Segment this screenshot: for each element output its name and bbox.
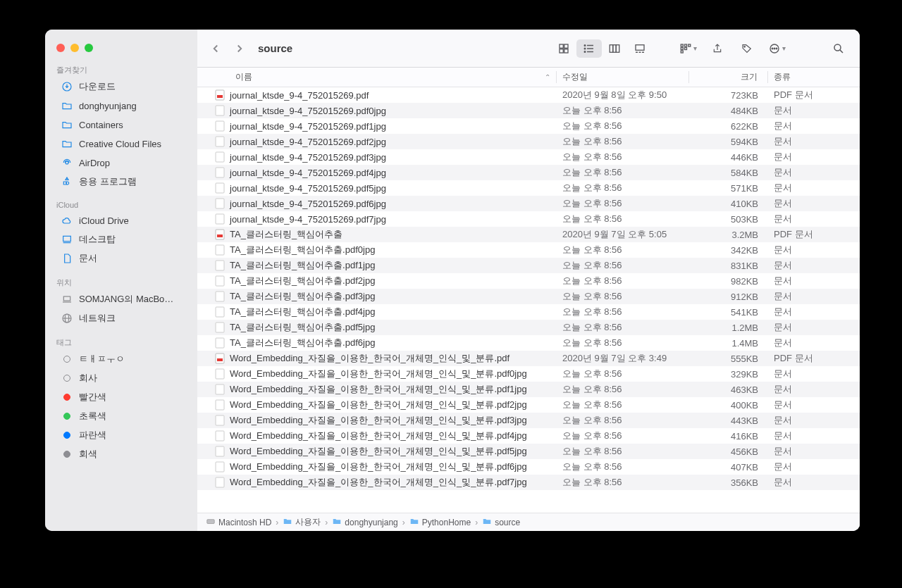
path-crumb[interactable]: 사용자 [283, 516, 321, 528]
folder-icon [61, 118, 73, 131]
network-icon [61, 312, 73, 325]
sidebar-item[interactable]: 데스크탑 [49, 230, 193, 249]
file-name: Word_Embedding_자질을_이용한_한국어_개체명_인식_및_분류.p… [230, 383, 527, 396]
svg-point-17 [584, 48, 586, 49]
sidebar-item[interactable]: iCloud Drive [49, 211, 193, 230]
file-row[interactable]: TA_클러스터링_핵심어추출.pdf2jpg오늘 오후 8:56982KB문서 [197, 273, 860, 289]
icon-view-button[interactable] [551, 39, 576, 58]
header-kind[interactable]: 종류 [768, 71, 860, 83]
svg-point-16 [584, 44, 586, 46]
file-kind: PDF 문서 [768, 352, 860, 365]
close-button[interactable] [56, 44, 65, 52]
sidebar-item[interactable]: donghyunjang [49, 96, 193, 115]
sidebar-item[interactable]: 문서 [49, 249, 193, 268]
gallery-view-button[interactable] [627, 39, 653, 58]
fullscreen-button[interactable] [85, 44, 93, 52]
file-modified: 오늘 오후 8:56 [557, 197, 689, 210]
header-name[interactable]: 이름⌃ [197, 71, 557, 83]
path-label: Macintosh HD [218, 518, 271, 527]
file-row[interactable]: journal_ktsde_9-4_752015269.pdf2jpg오늘 오후… [197, 134, 860, 149]
svg-rect-62 [216, 400, 224, 410]
tags-button[interactable] [734, 39, 760, 58]
svg-rect-31 [688, 44, 690, 46]
column-view-button[interactable] [602, 39, 627, 58]
file-row[interactable]: Word_Embedding_자질을_이용한_한국어_개체명_인식_및_분류.p… [197, 351, 860, 366]
path-bar[interactable]: Macintosh HD›사용자›donghyunjang›PythonHome… [197, 513, 860, 531]
file-kind: 문서 [768, 259, 860, 272]
file-row[interactable]: TA_클러스터링_핵심어추출.pdf0jpg오늘 오후 8:56342KB문서 [197, 242, 860, 258]
sidebar-item[interactable]: AirDrop [49, 154, 193, 172]
share-button[interactable] [705, 39, 730, 58]
file-row[interactable]: Word_Embedding_자질을_이용한_한국어_개체명_인식_및_분류.p… [197, 444, 860, 459]
sidebar-item[interactable]: 파란색 [49, 426, 193, 444]
traffic-lights [45, 35, 197, 55]
sidebar-item-label: 데스크탑 [79, 233, 116, 246]
file-row[interactable]: journal_ktsde_9-4_752015269.pdf1jpg오늘 오후… [197, 118, 860, 134]
sidebar-item[interactable]: Creative Cloud Files [49, 135, 193, 153]
file-modified: 오늘 오후 8:56 [557, 135, 689, 148]
sidebar-item[interactable]: SOMJANG의 MacBo… [49, 290, 193, 308]
sidebar-item[interactable]: 네트워크 [49, 309, 193, 327]
file-row[interactable]: journal_ktsde_9-4_752015269.pdf2020년 9월 … [197, 87, 860, 103]
toolbar: source ▾ ▾ [197, 30, 860, 68]
file-size: 410KB [689, 199, 768, 209]
header-modified[interactable]: 수정일 [557, 71, 689, 83]
file-size: 912KB [689, 292, 768, 302]
path-crumb[interactable]: Macintosh HD [206, 516, 271, 528]
file-icon [214, 89, 226, 101]
file-row[interactable]: TA_클러스터링_핵심어추출.pdf1jpg오늘 오후 8:56831KB문서 [197, 258, 860, 273]
file-list[interactable]: journal_ktsde_9-4_752015269.pdf2020년 9월 … [197, 87, 860, 513]
file-row[interactable]: Word_Embedding_자질을_이용한_한국어_개체명_인식_및_분류.p… [197, 475, 860, 490]
sidebar-item[interactable]: 응용 프로그램 [49, 173, 193, 191]
header-size[interactable]: 크기 [689, 71, 768, 83]
file-row[interactable]: TA_클러스터링_핵심어추출.pdf6jpg오늘 오후 8:561.4MB문서 [197, 335, 860, 351]
file-kind: PDF 문서 [768, 228, 860, 241]
file-row[interactable]: Word_Embedding_자질을_이용한_한국어_개체명_인식_및_분류.p… [197, 382, 860, 397]
file-kind: 문서 [768, 445, 860, 458]
path-label: PythonHome [422, 518, 471, 527]
file-icon [214, 477, 226, 488]
file-name: TA_클러스터링_핵심어추출.pdf6jpg [230, 337, 375, 349]
sidebar-item[interactable]: 회색 [49, 445, 193, 463]
file-row[interactable]: Word_Embedding_자질을_이용한_한국어_개체명_인식_및_분류.p… [197, 366, 860, 382]
minimize-button[interactable] [70, 44, 79, 52]
file-name: Word_Embedding_자질을_이용한_한국어_개체명_인식_및_분류.p… [230, 476, 527, 489]
list-view-button[interactable] [576, 39, 602, 58]
path-crumb[interactable]: PythonHome [409, 516, 471, 528]
file-row[interactable]: journal_ktsde_9-4_752015269.pdf5jpg오늘 오후… [197, 180, 860, 196]
sidebar-item[interactable]: 회사 [49, 369, 193, 387]
path-crumb[interactable]: donghyunjang [332, 516, 397, 528]
svg-rect-68 [207, 520, 215, 524]
file-size: 1.4MB [689, 338, 768, 349]
forward-button[interactable] [230, 40, 249, 57]
file-row[interactable]: TA_클러스터링_핵심어추출2020년 9월 7일 오후 5:053.2MBPD… [197, 227, 860, 242]
file-row[interactable]: Word_Embedding_자질을_이용한_한국어_개체명_인식_및_분류.p… [197, 428, 860, 444]
file-row[interactable]: journal_ktsde_9-4_752015269.pdf3jpg오늘 오후… [197, 149, 860, 165]
folder-icon [332, 516, 342, 528]
sidebar: 즐겨찾기다운로드donghyunjangContainersCreative C… [45, 30, 197, 531]
svg-rect-10 [564, 44, 568, 48]
file-row[interactable]: Word_Embedding_자질을_이용한_한국어_개체명_인식_및_분류.p… [197, 459, 860, 475]
file-row[interactable]: Word_Embedding_자질을_이용한_한국어_개체명_인식_및_분류.p… [197, 413, 860, 428]
file-row[interactable]: journal_ktsde_9-4_752015269.pdf7jpg오늘 오후… [197, 211, 860, 227]
file-modified: 2020년 9월 7일 오후 3:49 [557, 352, 689, 365]
path-crumb[interactable]: source [482, 516, 520, 528]
sidebar-item[interactable]: 초록색 [49, 407, 193, 425]
file-row[interactable]: TA_클러스터링_핵심어추출.pdf4jpg오늘 오후 8:56541KB문서 [197, 304, 860, 320]
sidebar-item[interactable]: Containers [49, 115, 193, 134]
grouping-button[interactable]: ▾ [675, 39, 700, 58]
back-button[interactable] [206, 40, 226, 57]
search-button[interactable] [826, 39, 851, 58]
file-row[interactable]: Word_Embedding_자질을_이용한_한국어_개체명_인식_및_분류.p… [197, 397, 860, 413]
svg-point-35 [774, 48, 775, 49]
sidebar-item[interactable]: 빨간색 [49, 388, 193, 406]
file-row[interactable]: journal_ktsde_9-4_752015269.pdf4jpg오늘 오후… [197, 165, 860, 180]
file-row[interactable]: TA_클러스터링_핵심어추출.pdf5jpg오늘 오후 8:561.2MB문서 [197, 320, 860, 335]
file-icon [214, 136, 226, 147]
action-button[interactable]: ▾ [764, 39, 789, 58]
sidebar-item[interactable]: ㅌㅐㅍㅜㅇ [49, 350, 193, 368]
file-row[interactable]: journal_ktsde_9-4_752015269.pdf6jpg오늘 오후… [197, 196, 860, 211]
file-row[interactable]: TA_클러스터링_핵심어추출.pdf3jpg오늘 오후 8:56912KB문서 [197, 289, 860, 304]
sidebar-item[interactable]: 다운로드 [49, 77, 193, 96]
file-row[interactable]: journal_ktsde_9-4_752015269.pdf0jpg오늘 오후… [197, 103, 860, 118]
